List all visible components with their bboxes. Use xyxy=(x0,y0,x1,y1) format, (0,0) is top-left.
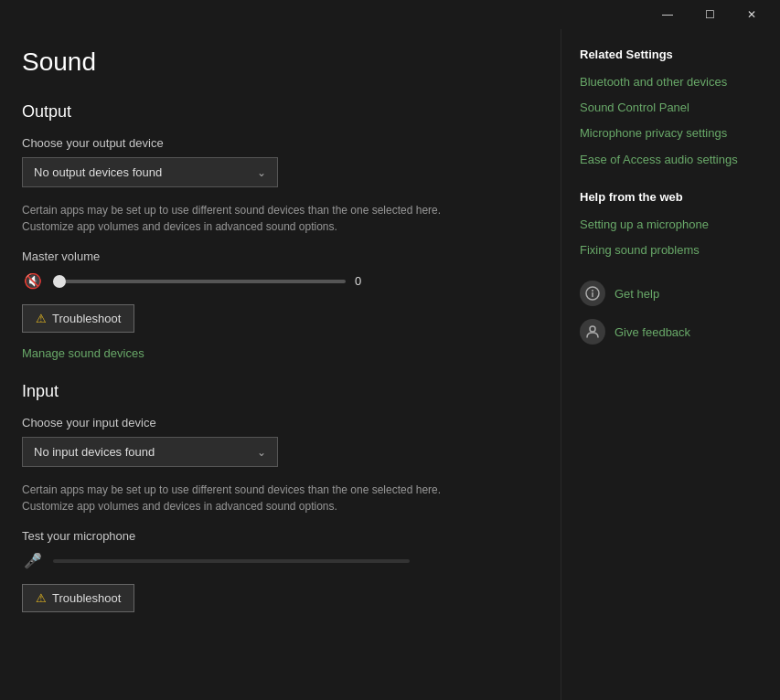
input-description: Certain apps may be set up to use differ… xyxy=(22,482,443,514)
volume-slider[interactable] xyxy=(53,280,346,283)
mute-icon[interactable]: 🔇 xyxy=(22,272,44,290)
fixing-sound-problems-link[interactable]: Fixing sound problems xyxy=(580,242,762,259)
volume-value: 0 xyxy=(355,274,373,288)
master-volume-label: Master volume xyxy=(22,249,539,263)
input-section-title: Input xyxy=(22,382,539,401)
setting-up-microphone-link[interactable]: Setting up a microphone xyxy=(580,217,762,233)
output-troubleshoot-button[interactable]: ⚠ Troubleshoot xyxy=(22,304,134,333)
left-panel: Sound Output Choose your output device N… xyxy=(0,29,561,700)
help-web-title: Help from the web xyxy=(580,190,762,204)
output-section-title: Output xyxy=(22,102,539,122)
input-warning-icon: ⚠ xyxy=(36,591,47,605)
output-device-label: Choose your output device xyxy=(22,136,539,150)
give-feedback-icon xyxy=(580,319,605,345)
minimize-button[interactable]: — xyxy=(646,0,689,29)
svg-point-2 xyxy=(590,326,595,332)
output-description: Certain apps may be set up to use differ… xyxy=(22,202,443,235)
volume-row: 🔇 0 xyxy=(22,272,539,290)
close-button[interactable]: ✕ xyxy=(731,0,773,29)
give-feedback-item[interactable]: Give feedback xyxy=(580,319,762,345)
microphone-privacy-link[interactable]: Microphone privacy settings xyxy=(580,125,762,142)
input-device-value: No input devices found xyxy=(34,445,155,459)
title-bar: — ☐ ✕ xyxy=(0,0,780,29)
input-troubleshoot-label: Troubleshoot xyxy=(52,591,121,605)
sound-control-panel-link[interactable]: Sound Control Panel xyxy=(580,100,762,116)
input-device-label: Choose your input device xyxy=(22,416,539,430)
output-device-dropdown[interactable]: No output devices found ⌄ xyxy=(22,157,278,187)
output-dropdown-chevron-icon: ⌄ xyxy=(257,166,266,179)
input-device-dropdown[interactable]: No input devices found ⌄ xyxy=(22,437,278,467)
right-panel: Related Settings Bluetooth and other dev… xyxy=(561,29,780,700)
page-title: Sound xyxy=(22,48,539,77)
help-actions: Get help Give feedback xyxy=(580,281,762,345)
output-troubleshoot-label: Troubleshoot xyxy=(52,312,121,325)
manage-sound-devices-link[interactable]: Manage sound devices xyxy=(22,346,144,360)
maximize-button[interactable]: ☐ xyxy=(689,0,731,29)
output-device-value: No output devices found xyxy=(34,165,162,179)
give-feedback-label[interactable]: Give feedback xyxy=(614,325,690,339)
bluetooth-devices-link[interactable]: Bluetooth and other devices xyxy=(580,74,762,90)
ease-of-access-audio-link[interactable]: Ease of Access audio settings xyxy=(580,152,762,168)
get-help-icon xyxy=(580,281,605,306)
mic-test-label: Test your microphone xyxy=(22,529,539,543)
svg-point-1 xyxy=(592,290,593,292)
get-help-label[interactable]: Get help xyxy=(614,287,659,301)
related-settings-title: Related Settings xyxy=(580,48,762,61)
microphone-icon: 🎤 xyxy=(22,552,44,569)
mic-level-bar xyxy=(53,559,410,563)
input-troubleshoot-button[interactable]: ⚠ Troubleshoot xyxy=(22,584,134,612)
mic-row: 🎤 xyxy=(22,552,539,569)
get-help-item[interactable]: Get help xyxy=(580,281,762,306)
main-container: Sound Output Choose your output device N… xyxy=(0,29,780,700)
input-dropdown-chevron-icon: ⌄ xyxy=(257,446,266,459)
output-warning-icon: ⚠ xyxy=(36,312,47,325)
